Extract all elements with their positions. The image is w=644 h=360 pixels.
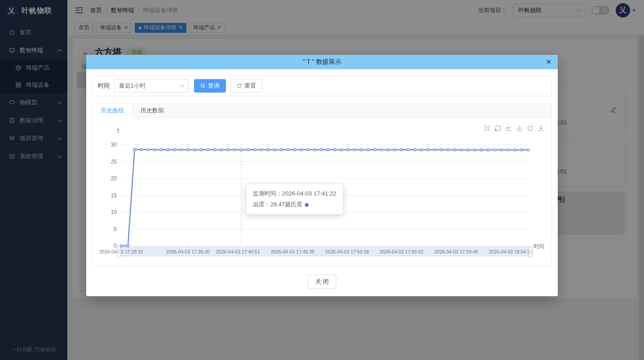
search-icon [200, 83, 206, 89]
download-icon[interactable] [538, 125, 544, 132]
refresh-icon [237, 83, 242, 89]
tab-history-curve[interactable]: 历史曲线 [93, 104, 132, 118]
history-line-chart[interactable]: 051015202530T时间2026-04-03 17:29:322026-0… [93, 118, 551, 266]
chart-tooltip: 监测时间：2026-04-03 17:41:22 温度：28.47摄氏度 [246, 184, 343, 214]
zoom-reset-icon[interactable] [494, 125, 501, 132]
svg-text:30: 30 [111, 142, 117, 148]
svg-text:25: 25 [111, 159, 117, 165]
series-dot [305, 203, 309, 207]
restore-icon[interactable] [527, 125, 534, 132]
filter-toolbar: 时间 最近1小时 查询 重置 [92, 76, 552, 96]
svg-text:2026-04-03 17:29:32: 2026-04-03 17:29:32 [99, 249, 143, 254]
close-button[interactable]: 关 闭 [308, 275, 336, 289]
chevron-down-icon [180, 83, 185, 88]
svg-text:2026-04-03 17:36:30: 2026-04-03 17:36:30 [166, 249, 210, 254]
svg-text:0: 0 [114, 243, 117, 249]
svg-text:2026-04-03 17:45:35: 2026-04-03 17:45:35 [271, 249, 315, 254]
history-tabs: 历史曲线 历史数据 [93, 104, 551, 118]
area-zoom-icon[interactable] [484, 125, 490, 132]
reset-button[interactable]: 重置 [230, 79, 262, 93]
svg-text:20: 20 [111, 175, 117, 182]
svg-text:10: 10 [111, 209, 117, 215]
svg-text:2026-04-03 17:59:46: 2026-04-03 17:59:46 [434, 249, 478, 254]
svg-text:2026-04-03 17:40:51: 2026-04-03 17:40:51 [216, 249, 260, 254]
data-display-modal: " T " 数据展示 ✕ 时间 最近1小时 查询 重置 历史曲线 历史数据 [86, 55, 558, 296]
modal-footer: 关 闭 [92, 267, 552, 296]
bar-chart-icon[interactable] [516, 125, 523, 132]
svg-text:2026-04-03 17:55:02: 2026-04-03 17:55:02 [379, 249, 423, 254]
svg-text:T: T [116, 128, 120, 134]
line-chart-icon[interactable] [505, 125, 512, 132]
search-button[interactable]: 查询 [194, 79, 226, 93]
svg-text:5: 5 [114, 226, 117, 232]
svg-text:时间: 时间 [534, 243, 544, 249]
svg-text:2026-04-03 18:04:30: 2026-04-03 18:04:30 [489, 249, 533, 254]
modal-header: " T " 数据展示 ✕ [86, 55, 558, 69]
tab-history-data[interactable]: 历史数据 [132, 104, 172, 117]
time-label: 时间 [98, 82, 110, 90]
modal-title: " T " 数据展示 [303, 58, 341, 66]
modal-close-icon[interactable]: ✕ [546, 58, 551, 67]
history-panel: 历史曲线 历史数据 051015202530T时间2026-04-03 17:2… [92, 103, 552, 267]
svg-text:2026-04-03 17:50:18: 2026-04-03 17:50:18 [325, 249, 369, 254]
time-range-select[interactable]: 最近1小时 [114, 79, 189, 93]
svg-text:15: 15 [111, 192, 117, 199]
chart-toolbox [484, 125, 544, 132]
